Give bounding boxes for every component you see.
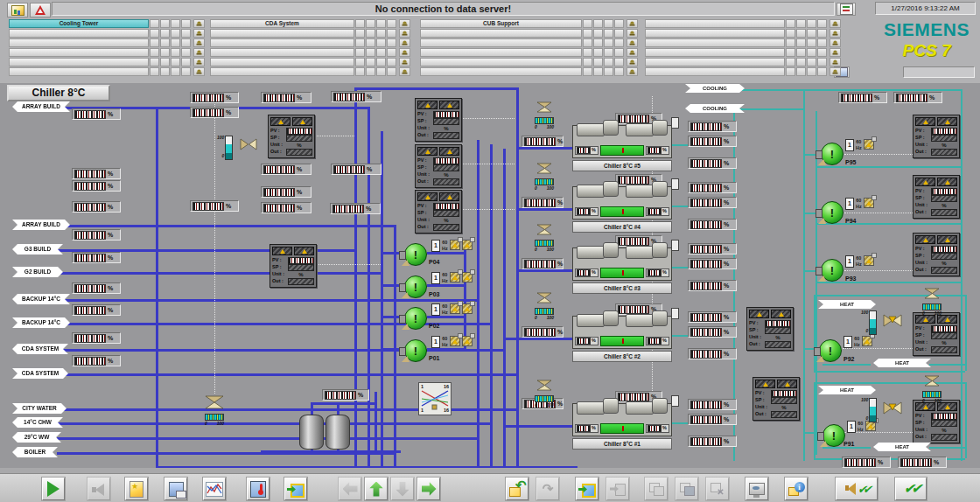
alarm-cell[interactable] [786, 67, 795, 76]
flow-label-cda-system[interactable]: CDA SYSTEM [12, 368, 68, 379]
alarm-cell[interactable] [604, 19, 613, 28]
alarm-ack-button[interactable] [830, 58, 841, 66]
flow-label-cda-system[interactable]: CDA SYSTEM [12, 344, 68, 354]
alarm-cell[interactable] [796, 48, 806, 57]
acknowledge-all-button[interactable]: ✔✔ [895, 478, 927, 500]
tab-slot[interactable] [9, 58, 149, 66]
alarm-cell[interactable] [160, 38, 170, 47]
value-display[interactable]: % [72, 229, 121, 241]
vfd-display[interactable]: 160Hz [431, 272, 472, 284]
value-display[interactable]: % [72, 304, 121, 316]
alarm-cell[interactable] [171, 58, 180, 66]
pump-P91[interactable]: ! [822, 424, 845, 447]
value-display[interactable]: % [688, 157, 737, 169]
delete-window-button[interactable] [706, 478, 729, 500]
alarm-cell[interactable] [807, 29, 816, 38]
tab-slot[interactable] [9, 67, 149, 76]
alarm-cell[interactable] [583, 19, 592, 28]
valve-slider[interactable]: 1000 [861, 310, 877, 335]
alarm-cell[interactable] [614, 19, 624, 28]
alarm-cell[interactable] [366, 58, 375, 66]
alarm-ack-button[interactable] [830, 67, 841, 76]
alarm-cell[interactable] [366, 29, 375, 38]
alarm-cell[interactable] [786, 58, 795, 66]
report-page-button[interactable] [836, 3, 856, 16]
value-display[interactable]: % [322, 389, 369, 401]
report-button[interactable] [164, 478, 187, 500]
alarm-cell[interactable] [355, 58, 365, 66]
tab-slot[interactable] [645, 19, 785, 28]
alarm-cell[interactable] [807, 19, 816, 28]
nav-down-button[interactable] [391, 478, 414, 500]
value-display[interactable]: % [688, 136, 737, 147]
value-display[interactable]: % [72, 201, 121, 213]
alarm-cell[interactable] [355, 19, 365, 28]
value-display[interactable]: % [522, 197, 564, 208]
alarm-cell[interactable] [807, 48, 816, 57]
flow-label-heat-recovery[interactable]: HEAT RECOVERY [818, 300, 876, 309]
pid-faceplate[interactable]: PV :SP :Unit :%Out : [415, 190, 462, 234]
alarm-cell[interactable] [376, 38, 386, 47]
alarm-ack-button[interactable] [830, 48, 841, 57]
alarm-cell[interactable] [604, 29, 613, 38]
tab-slot[interactable] [9, 38, 149, 47]
run-button[interactable] [42, 478, 65, 500]
alarm-cell[interactable] [583, 38, 592, 47]
tab-cub-support[interactable]: CUB Support [420, 19, 582, 28]
flow-label-backup-14c[interactable]: BACKUP 14°C [12, 317, 70, 328]
alarm-cell[interactable] [614, 38, 624, 47]
value-display[interactable]: % [331, 164, 382, 175]
alarm-cell[interactable] [160, 67, 170, 76]
alarm-cell[interactable] [604, 38, 613, 47]
alarm-ack-button[interactable] [830, 19, 841, 28]
value-display[interactable]: % [72, 108, 121, 120]
alarm-cell[interactable] [614, 67, 624, 76]
info-button[interactable] [785, 478, 808, 500]
flow-label-cooling-tower[interactable]: COOLING TOWER [685, 104, 745, 113]
tab-slot[interactable] [210, 29, 354, 38]
flow-label-cooling-tower[interactable]: COOLING TOWER [685, 84, 745, 93]
pid-faceplate[interactable]: PV :SP :Unit :%Out : [415, 98, 462, 142]
save-window-button[interactable] [676, 478, 698, 500]
pump-P93[interactable]: ! [821, 259, 844, 282]
tab-slot[interactable] [9, 29, 149, 38]
alarm-ack-button[interactable] [830, 38, 841, 47]
alarm-cell[interactable] [593, 58, 603, 66]
valve-slider[interactable]: 1000 [217, 136, 233, 160]
alarm-cell[interactable] [614, 58, 624, 66]
tab-slot[interactable] [645, 29, 785, 38]
alarm-cell[interactable] [604, 48, 613, 57]
tab-slot[interactable] [210, 58, 354, 66]
butterfly-valve[interactable]: 0100 [534, 101, 555, 129]
alarm-cell[interactable] [355, 48, 365, 57]
alarm-ack-button[interactable] [193, 48, 205, 57]
pid-faceplate[interactable]: PV :SP :Unit :%Out : [913, 115, 960, 158]
picture-in-button[interactable] [576, 478, 598, 500]
alarm-cell[interactable] [355, 38, 365, 47]
alarm-cell[interactable] [171, 38, 180, 47]
alarm-cell[interactable] [583, 58, 592, 66]
alarm-cell[interactable] [604, 58, 613, 66]
trend-button[interactable] [203, 478, 226, 500]
value-display[interactable]: % [72, 355, 121, 366]
alarm-cell[interactable] [171, 19, 180, 28]
alarm-cell[interactable] [160, 48, 170, 57]
value-display[interactable]: % [261, 202, 312, 213]
value-display[interactable]: % [688, 414, 737, 425]
alarm-cell[interactable] [160, 58, 170, 66]
alarm-ack-button[interactable] [193, 67, 205, 76]
tab-cooling-tower[interactable]: Cooling Tower [9, 19, 149, 28]
alarm-cell[interactable] [376, 29, 386, 38]
tab-slot[interactable] [420, 67, 582, 76]
copy-window-button[interactable] [645, 478, 668, 500]
value-display[interactable]: % [688, 348, 737, 359]
tab-slot[interactable] [210, 38, 354, 47]
alarm-ack-button[interactable] [626, 58, 638, 66]
alarm-cell[interactable] [366, 67, 375, 76]
tab-slot[interactable] [645, 58, 785, 66]
vfd-display[interactable]: 160Hz [431, 303, 472, 316]
butterfly-valve[interactable]: 0100 [534, 379, 555, 408]
tab-cda-system[interactable]: CDA System [210, 19, 354, 28]
alarm-cell[interactable] [181, 19, 191, 28]
butterfly-valve[interactable]: 0100 [921, 287, 942, 316]
